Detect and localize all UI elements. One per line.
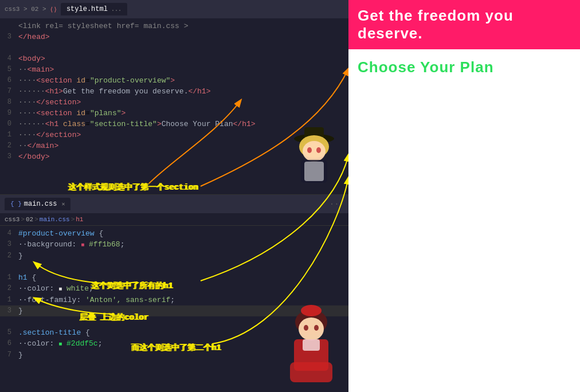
character-2-svg — [274, 300, 348, 392]
svg-point-12 — [314, 325, 319, 331]
tab-ellipsis: ... — [111, 6, 122, 13]
css-icon: { } — [10, 201, 22, 207]
code-line — [0, 42, 348, 53]
code-line: 2 ··color: ■ white; — [0, 283, 348, 295]
svg-point-3 — [303, 141, 326, 162]
preview-panel: Get the freedom you deserve. Choose Your… — [348, 0, 580, 392]
svg-point-11 — [304, 325, 308, 331]
code-line: 2 } — [0, 250, 348, 261]
character-1-svg — [283, 123, 346, 197]
preview-heading-2: Choose Your Plan — [358, 58, 571, 76]
code-line: 9 ····<section id="plans"> — [0, 108, 348, 119]
character-1 — [283, 123, 346, 197]
code-line: 4 #product-overview { — [0, 228, 348, 239]
selector-ref: h1 — [76, 216, 83, 223]
code-line: 3 ··background: ■ #ff1b68; — [0, 239, 348, 250]
css-file-ref: main.css — [40, 216, 70, 223]
path-prefix: css3 > 02 > — [5, 6, 46, 13]
code-line — [0, 261, 348, 272]
code-line: 3 </head> — [0, 32, 348, 42]
preview-section-plans: Choose Your Plan — [348, 49, 580, 392]
svg-rect-14 — [303, 339, 320, 351]
code-line: 5 ··<main> — [0, 64, 348, 75]
editor-panel: css3 > 02 > ⟨⟩ style.html ... <link rel=… — [0, 0, 348, 392]
code-line: 6 ····<section id="product-overview"> — [0, 75, 348, 86]
tab-close[interactable]: ✕ — [61, 201, 65, 207]
tab-main-css[interactable]: { } main.css ✕ — [5, 198, 70, 210]
breadcrumb-bottom: css3 > 02 > main.css > h1 — [0, 213, 348, 226]
preview-section-product-overview: Get the freedom you deserve. — [348, 0, 580, 49]
character-2 — [274, 300, 348, 392]
code-line: 8 ····</section> — [0, 97, 348, 108]
code-line: 1 h1 { — [0, 272, 348, 283]
svg-rect-15 — [290, 362, 332, 382]
svg-point-5 — [316, 147, 321, 153]
svg-point-10 — [299, 317, 324, 340]
svg-rect-7 — [304, 162, 324, 181]
code-line: <link rel= stylesheet href= main.css > — [0, 21, 348, 32]
svg-point-9 — [301, 305, 322, 316]
tab-bar-top: css3 > 02 > ⟨⟩ style.html ... — [0, 0, 348, 18]
tab-bar-bottom: { } main.css ✕ ··· — [0, 195, 348, 213]
code-line: 7 ······<h1>Get the freedom you deserve.… — [0, 86, 348, 97]
tab-label: main.css — [24, 200, 57, 208]
more-button[interactable]: ··· — [330, 199, 344, 209]
svg-point-4 — [307, 147, 312, 153]
tab-style-html[interactable]: style.html ... — [61, 3, 127, 15]
preview-heading-1: Get the freedom you deserve. — [358, 7, 571, 42]
code-line: 4 <body> — [0, 53, 348, 64]
html-icon: ⟨⟩ — [50, 6, 57, 13]
tab-label: style.html — [66, 5, 108, 13]
